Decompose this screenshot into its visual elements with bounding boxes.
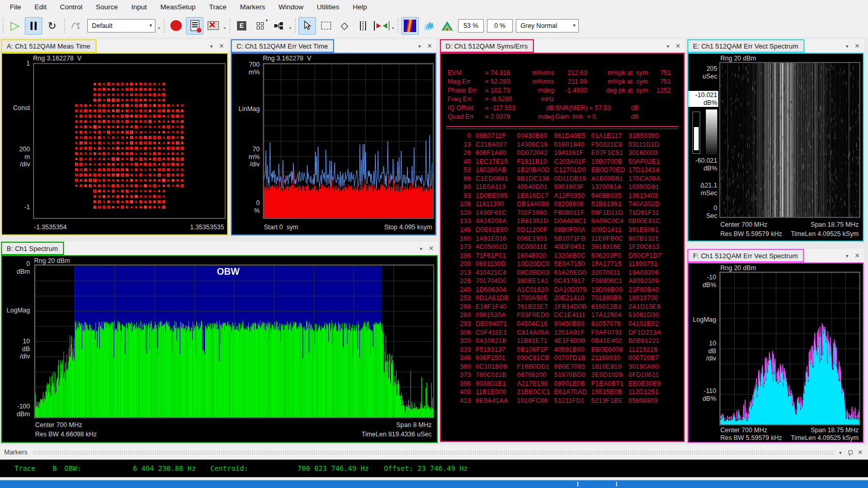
collapse-icon[interactable]: ▾ (420, 246, 422, 251)
symbol-index: 146 (447, 226, 471, 235)
center-freq-label: Center 700 MHz (720, 427, 767, 434)
menu-file[interactable]: File (3, 1, 28, 13)
timelen-label: TimeLen 819.4336 uSec (361, 431, 432, 438)
toolbar-overflow-icon[interactable]: ▾ (392, 26, 394, 30)
colorbar-gradient[interactable] (706, 109, 717, 155)
collapse-icon[interactable]: ▾ (846, 43, 848, 49)
y-axis-bottom-label: 0% (232, 199, 260, 214)
trace-layout-button[interactable] (270, 17, 288, 35)
zoom-percent-field[interactable]: 53 % (458, 19, 484, 33)
error-vector-time-plot[interactable] (263, 63, 434, 219)
symbol-hex: EE0E30E9 (624, 380, 661, 389)
toolbar-overflow-icon[interactable]: ▾ (289, 26, 291, 30)
spectrum-plot[interactable]: OBW (34, 264, 434, 418)
marker-trace-label: Trace (14, 464, 36, 473)
symbol-hex: 30160003 (624, 149, 661, 158)
recording-playback-button[interactable] (186, 17, 203, 35)
toolbar-overflow-icon[interactable]: ▾ (158, 26, 160, 30)
collapse-icon[interactable]: ▾ (667, 43, 669, 49)
symbol-hex: 1A91E016 (471, 235, 512, 244)
menu-control[interactable]: Control (53, 1, 89, 13)
close-icon[interactable]: ✕ (858, 449, 863, 456)
preset-dropdown[interactable]: Default▼ (87, 19, 155, 33)
recording-off-button[interactable]: ✕ (204, 17, 222, 35)
close-icon[interactable]: ✕ (219, 42, 224, 50)
close-icon[interactable]: ✕ (855, 42, 860, 50)
layout-grid-button[interactable]: ▼ (251, 17, 269, 35)
close-icon[interactable]: ✕ (427, 42, 432, 50)
record-button[interactable] (167, 17, 185, 35)
marker-button[interactable]: ◇ (336, 17, 353, 35)
collapse-icon[interactable]: ▾ (418, 43, 421, 49)
symbol-hex: 606F1A80 (471, 149, 512, 158)
measurement-button[interactable]: E (233, 17, 250, 35)
chevron-down-icon[interactable]: ▾ (839, 450, 842, 455)
waterfall-button[interactable] (420, 17, 437, 35)
trace-e-tab[interactable]: E: Ch1 512QAM Err Vect Spectrum (687, 39, 804, 53)
pause-button[interactable] (25, 17, 42, 35)
symbol-hex: F5183137 (471, 346, 512, 355)
record-icon (170, 20, 182, 31)
zoom-select-button[interactable] (317, 17, 335, 35)
taskbar-strip[interactable] (0, 480, 868, 488)
symbol-hex: 01A1E117 (587, 132, 624, 141)
menu-markers[interactable]: Markers (233, 1, 272, 13)
close-icon[interactable]: ✕ (429, 245, 434, 252)
trace-a-tab[interactable]: A: Ch1 512QAM Meas Time (1, 39, 97, 53)
symbol-hex: D0E81E60 (471, 226, 512, 235)
pin-icon[interactable] (847, 450, 852, 455)
menu-input[interactable]: Input (124, 1, 153, 13)
band-lines-button[interactable] (354, 17, 372, 35)
symbol-hex: 51970BD0 (549, 371, 587, 380)
trace-c-tab[interactable]: C: Ch1 512QAM Err Vect Time (231, 39, 334, 53)
menu-source[interactable]: Source (89, 1, 125, 13)
trace-b-tab[interactable]: B: Ch1 Spectrum (1, 242, 64, 255)
range-readout: Rng 20 dBm (720, 264, 756, 272)
constellation-plot[interactable] (33, 63, 226, 219)
trace-f-tab[interactable]: F: Ch1 512QAM Err Vect Spectrum (687, 249, 804, 262)
offset-percent-field[interactable]: 0 % (487, 19, 513, 33)
colormap-dropdown[interactable]: Grey Normal▼ (516, 19, 579, 33)
toolbar-overflow-icon[interactable]: ▾ (224, 26, 226, 30)
symbol-hex: 1B61351D (512, 217, 549, 226)
symbol-hex: 1F20C613 (624, 243, 661, 252)
markers-grip (33, 450, 834, 455)
menu-utilities[interactable]: Utilities (310, 1, 346, 13)
res-bw-label: Res BW 5.59579 kHz (720, 230, 782, 238)
symbol-index: 346 (447, 354, 471, 363)
menu-help[interactable]: Help (346, 1, 374, 13)
symbol-hex: 5E0A7150 (549, 260, 587, 269)
symbol-hex: 0C00011E (512, 243, 549, 252)
symbol-hex: A1C01620 (512, 286, 549, 295)
menu-trace[interactable]: Trace (202, 1, 233, 13)
symbol-hex: 19A03206 (624, 269, 661, 278)
trace-d-content: EVM= 74.316m%rms212.63m%pk at sym751Mag … (440, 53, 685, 442)
band-marker-button[interactable] (373, 17, 390, 35)
menu-edit[interactable]: Edit (28, 1, 53, 13)
restart-button[interactable]: ↻ (43, 17, 61, 35)
spectrogram-plot[interactable] (719, 62, 860, 218)
symbol-index: 120 (447, 209, 471, 218)
menu-window[interactable]: Window (272, 1, 310, 13)
close-icon[interactable]: ✕ (675, 42, 681, 50)
collapse-icon[interactable]: ▾ (210, 43, 213, 49)
sweep-button[interactable] (68, 17, 85, 35)
chevron-down-icon: ▼ (265, 19, 269, 22)
symbol-hex: 0B106F1F (512, 346, 549, 355)
trace-d-tab[interactable]: D: Ch1 512QAM Syms/Errs (440, 39, 534, 53)
pointer-button[interactable] (298, 17, 316, 35)
close-icon[interactable]: ✕ (855, 252, 860, 259)
spectrogram-button[interactable] (401, 17, 419, 35)
symbol-hex: 0B00E91C (624, 217, 661, 226)
symbol-hex: 08C0BD03 (512, 269, 549, 278)
error-vector-spectrum-plot[interactable] (719, 272, 860, 426)
trace-f-panel: F: Ch1 512QAM Err Vect Spectrum ▾✕ Rng 2… (687, 249, 864, 443)
centroid-value: 700 023 746.49 Hz (248, 464, 369, 473)
histogram-button[interactable] (438, 17, 456, 35)
menu-meassetup[interactable]: MeasSetup (153, 1, 202, 13)
play-button[interactable]: ▷ (6, 17, 24, 35)
colorbar-range-slider[interactable] (692, 112, 700, 154)
collapse-icon[interactable]: ▾ (846, 253, 848, 259)
stat-row: Mag Err= 52.283m%rms211.99m%pk at sym751 (441, 78, 684, 87)
symbol-hex: 11E0FB0C (587, 235, 624, 244)
